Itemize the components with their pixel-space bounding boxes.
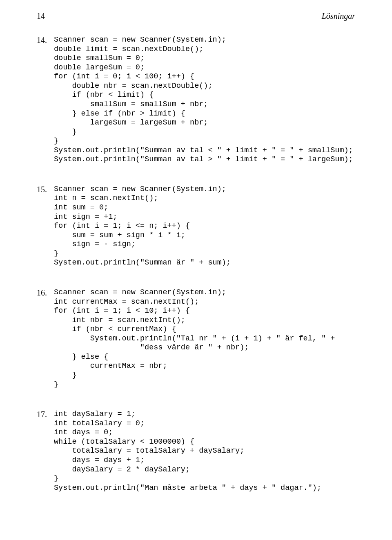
solution-number: 14. — [37, 36, 52, 45]
page: 14 Lösningar 14. Scanner scan = new Scan… — [0, 0, 392, 540]
solution-number: 17. — [37, 410, 52, 419]
page-title: Lösningar — [322, 11, 355, 21]
solution-code: Scanner scan = new Scanner(System.in); i… — [54, 288, 335, 389]
page-number: 14 — [37, 11, 45, 21]
solution-17: 17. int daySalary = 1; int totalSalary =… — [37, 410, 355, 493]
solution-16: 16. Scanner scan = new Scanner(System.in… — [37, 288, 355, 389]
solution-code: int daySalary = 1; int totalSalary = 0; … — [54, 410, 321, 493]
solution-code: Scanner scan = new Scanner(System.in); d… — [54, 36, 353, 164]
solution-number: 15. — [37, 185, 52, 194]
solution-14: 14. Scanner scan = new Scanner(System.in… — [37, 36, 355, 164]
solution-15: 15. Scanner scan = new Scanner(System.in… — [37, 185, 355, 268]
page-header: 14 Lösningar — [37, 11, 355, 21]
solution-code: Scanner scan = new Scanner(System.in); i… — [54, 185, 231, 268]
solution-number: 16. — [37, 288, 52, 298]
